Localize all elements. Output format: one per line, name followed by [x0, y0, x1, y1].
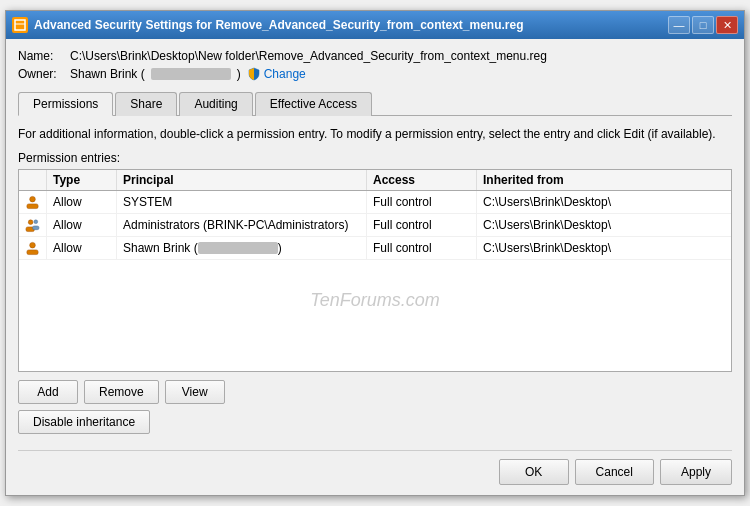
users-icon [25, 217, 40, 233]
row3-inherited: C:\Users\Brink\Desktop\ [477, 237, 731, 259]
col-icon [19, 170, 47, 190]
svg-rect-3 [27, 204, 38, 209]
svg-rect-9 [27, 250, 38, 255]
user-icon [25, 240, 40, 256]
tab-auditing[interactable]: Auditing [179, 92, 252, 116]
apply-button[interactable]: Apply [660, 459, 732, 485]
row2-icon [19, 214, 47, 236]
table-header: Type Principal Access Inherited from [19, 170, 731, 191]
cancel-button[interactable]: Cancel [575, 459, 654, 485]
shield-uac-icon [247, 67, 261, 81]
remove-button[interactable]: Remove [84, 380, 159, 404]
action-buttons: Add Remove View [18, 380, 732, 404]
table-body: Allow SYSTEM Full control C:\Users\Brink… [19, 191, 731, 371]
change-link-text: Change [264, 67, 306, 81]
row1-icon [19, 191, 47, 213]
minimize-button[interactable]: — [668, 16, 690, 34]
table-row[interactable]: Allow SYSTEM Full control C:\Users\Brink… [19, 191, 731, 214]
permissions-table: Type Principal Access Inherited from [18, 169, 732, 372]
owner-value-container: Shawn Brink ( ) Change [70, 67, 306, 81]
table-row[interactable]: Allow Administrators (BRINK-PC\Administr… [19, 214, 731, 237]
svg-point-2 [30, 196, 36, 202]
owner-name-suffix: ) [237, 67, 241, 81]
inheritance-button-row: Disable inheritance [18, 410, 732, 434]
bottom-buttons: OK Cancel Apply [18, 450, 732, 485]
col-type: Type [47, 170, 117, 190]
owner-blurred [151, 68, 231, 80]
ok-button[interactable]: OK [499, 459, 569, 485]
view-button[interactable]: View [165, 380, 225, 404]
window-icon [12, 17, 28, 33]
col-access: Access [367, 170, 477, 190]
row2-access: Full control [367, 214, 477, 236]
col-principal: Principal [117, 170, 367, 190]
window-controls: — □ ✕ [668, 16, 738, 34]
name-row: Name: C:\Users\Brink\Desktop\New folder\… [18, 49, 732, 63]
tab-permissions[interactable]: Permissions [18, 92, 113, 116]
window-body: Name: C:\Users\Brink\Desktop\New folder\… [6, 39, 744, 495]
row3-type: Allow [47, 237, 117, 259]
tab-effective-access[interactable]: Effective Access [255, 92, 372, 116]
watermark: TenForums.com [19, 260, 731, 321]
svg-rect-7 [33, 226, 40, 230]
panel-description: For additional information, double-click… [18, 126, 732, 143]
svg-rect-0 [15, 20, 25, 30]
owner-row: Owner: Shawn Brink ( ) Change [18, 67, 732, 81]
owner-name-prefix: Shawn Brink ( [70, 67, 145, 81]
window-title: Advanced Security Settings for Remove_Ad… [34, 18, 668, 32]
row2-principal: Administrators (BRINK-PC\Administrators) [117, 214, 367, 236]
table-row[interactable]: Allow Shawn Brink ( ) Full control C:\Us… [19, 237, 731, 260]
tab-share[interactable]: Share [115, 92, 177, 116]
title-bar: Advanced Security Settings for Remove_Ad… [6, 11, 744, 39]
disable-inheritance-button[interactable]: Disable inheritance [18, 410, 150, 434]
section-label: Permission entries: [18, 151, 732, 165]
svg-point-4 [28, 220, 33, 225]
add-button[interactable]: Add [18, 380, 78, 404]
close-button[interactable]: ✕ [716, 16, 738, 34]
row3-principal-suffix: ) [278, 241, 282, 255]
owner-label: Owner: [18, 67, 70, 81]
svg-point-6 [34, 220, 38, 224]
row3-access: Full control [367, 237, 477, 259]
row3-icon [19, 237, 47, 259]
row2-inherited: C:\Users\Brink\Desktop\ [477, 214, 731, 236]
row3-principal-prefix: Shawn Brink ( [123, 241, 198, 255]
row1-inherited: C:\Users\Brink\Desktop\ [477, 191, 731, 213]
row3-principal: Shawn Brink ( ) [117, 237, 367, 259]
user-icon [25, 194, 40, 210]
col-inherited: Inherited from [477, 170, 731, 190]
change-owner-link[interactable]: Change [247, 67, 306, 81]
main-window: Advanced Security Settings for Remove_Ad… [5, 10, 745, 496]
permissions-panel: For additional information, double-click… [18, 116, 732, 450]
row2-type: Allow [47, 214, 117, 236]
tab-bar: Permissions Share Auditing Effective Acc… [18, 91, 732, 116]
name-label: Name: [18, 49, 70, 63]
svg-point-8 [30, 242, 36, 248]
name-value: C:\Users\Brink\Desktop\New folder\Remove… [70, 49, 547, 63]
row1-access: Full control [367, 191, 477, 213]
row3-principal-blurred [198, 242, 278, 254]
row1-type: Allow [47, 191, 117, 213]
row1-principal: SYSTEM [117, 191, 367, 213]
maximize-button[interactable]: □ [692, 16, 714, 34]
